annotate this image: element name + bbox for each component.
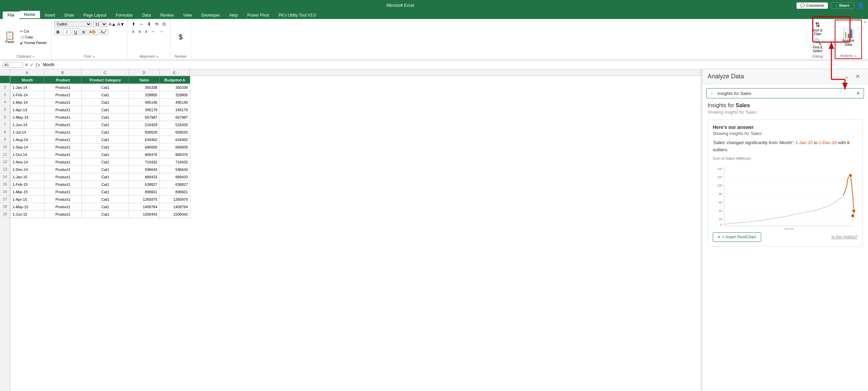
cell-product[interactable]: Product1 xyxy=(44,211,82,218)
cell-sales[interactable]: 596643 xyxy=(129,166,160,173)
cell-sales[interactable]: 345179 xyxy=(129,106,160,114)
cell-month[interactable]: 1-Jan-14 xyxy=(11,84,44,91)
cell-product[interactable]: Product1 xyxy=(44,151,82,158)
cell-category[interactable]: Cat1 xyxy=(82,196,129,203)
cell-product[interactable]: Product1 xyxy=(44,181,82,188)
table-row[interactable]: 1-Mar-15 Product1 Cat1 898601 898601 xyxy=(11,188,190,196)
cell-product[interactable]: Product1 xyxy=(44,129,82,136)
table-row[interactable]: 1-Aug-14 Product1 Cat1 634402 634402 xyxy=(11,136,190,143)
cell-sales[interactable]: 806476 xyxy=(129,151,160,158)
table-row[interactable]: 1-Oct-14 Product1 Cat1 806476 806476 xyxy=(11,151,190,158)
cell-sales[interactable]: 516429 xyxy=(129,121,160,129)
merge-button[interactable]: ⊡ xyxy=(161,21,167,27)
panel-close-button[interactable]: ✕ xyxy=(853,73,863,80)
cell-month[interactable]: 1-Jan-15 xyxy=(11,173,44,181)
cut-button[interactable]: ✂ Cut xyxy=(18,29,48,34)
cell-category[interactable]: Cat1 xyxy=(82,158,129,166)
cell-month[interactable]: 1-Jun-14 xyxy=(11,121,44,129)
cell-product[interactable]: Product1 xyxy=(44,84,82,91)
cell-sales[interactable]: 1260975 xyxy=(129,196,160,203)
cell-month[interactable]: 1-Feb-14 xyxy=(11,91,44,99)
cell-product[interactable]: Product1 xyxy=(44,196,82,203)
cell-budgeted[interactable]: 608520 xyxy=(160,129,190,136)
cell-month[interactable]: 1-May-15 xyxy=(11,203,44,211)
cell-category[interactable]: Cat1 xyxy=(82,166,129,173)
cell-month[interactable]: 1-Oct-14 xyxy=(11,151,44,158)
col-letter-e[interactable]: E xyxy=(159,69,190,76)
tab-draw[interactable]: Draw xyxy=(60,12,79,19)
cell-budgeted[interactable]: 495140 xyxy=(160,99,190,106)
col-letter-c[interactable]: C xyxy=(81,69,129,76)
align-left-button[interactable]: ≡ xyxy=(130,28,136,35)
tab-view[interactable]: View xyxy=(178,12,197,19)
cell-budgeted[interactable]: 638827 xyxy=(160,181,190,188)
cell-month[interactable]: 1-Feb-15 xyxy=(11,181,44,188)
grid-container[interactable]: Month Product Product Category Sales Bud… xyxy=(10,76,702,391)
font-decrease-button[interactable]: A▼ xyxy=(117,22,125,27)
tab-insert[interactable]: Insert xyxy=(40,12,60,19)
table-row[interactable]: 1-Jun-15 Product1 Cat1 1500442 1500442 xyxy=(11,211,190,218)
underline-button[interactable]: U xyxy=(72,28,79,35)
cell-category[interactable]: Cat1 xyxy=(82,188,129,196)
cell-month[interactable]: 1-Jun-15 xyxy=(11,211,44,218)
cell-month[interactable]: 1-May-14 xyxy=(11,114,44,121)
cell-budgeted[interactable]: 889433 xyxy=(160,173,190,181)
search-back-button[interactable]: ← xyxy=(710,91,715,96)
cell-category[interactable]: Cat1 xyxy=(82,136,129,143)
wrap-text-button[interactable]: ⟲ xyxy=(153,21,160,27)
cell-sales[interactable]: 350338 xyxy=(129,84,160,91)
cell-category[interactable]: Cat1 xyxy=(82,121,129,129)
cell-sales[interactable]: 657987 xyxy=(129,114,160,121)
cell-product[interactable]: Product1 xyxy=(44,143,82,151)
user-icon[interactable]: 👤 xyxy=(857,2,864,9)
helpful-link[interactable]: Is this helpful? xyxy=(831,235,857,239)
border-button[interactable]: ⊞ xyxy=(81,29,86,35)
font-color-button[interactable]: A🖊 xyxy=(99,29,108,35)
cell-budgeted[interactable]: 596643 xyxy=(160,166,190,173)
align-middle-button[interactable]: ↔ xyxy=(138,21,145,27)
cell-month[interactable]: 1-Aug-14 xyxy=(11,136,44,143)
paste-button[interactable]: 📋 Paste xyxy=(3,30,17,44)
cell-budgeted[interactable]: 686600 xyxy=(160,143,190,151)
tab-formulas[interactable]: Formulas xyxy=(111,12,137,19)
ribbon-collapse-button[interactable]: ⌃ xyxy=(862,20,868,59)
number-format-icon[interactable]: $ xyxy=(179,33,182,41)
tab-data[interactable]: Data xyxy=(137,12,155,19)
bold-button[interactable]: B xyxy=(54,28,62,35)
cell-sales[interactable]: 686600 xyxy=(129,143,160,151)
table-row[interactable]: 1-May-15 Product1 Cat1 1409784 1409784 xyxy=(11,203,190,211)
analyze-data-button[interactable]: 📊 AnalyzeData xyxy=(838,22,859,57)
table-row[interactable]: 1-Dec-14 Product1 Cat1 596643 596643 xyxy=(11,166,190,173)
cell-month[interactable]: 1-Apr-14 xyxy=(11,106,44,114)
cell-category[interactable]: Cat1 xyxy=(82,106,129,114)
cell-sales[interactable]: 1409784 xyxy=(129,203,160,211)
sort-filter-button[interactable]: ⇅ Sort & Filter xyxy=(813,21,823,36)
cell-product[interactable]: Product1 xyxy=(44,203,82,211)
cell-budgeted[interactable]: 1260975 xyxy=(160,196,190,203)
cell-sales[interactable]: 710432 xyxy=(129,158,160,166)
align-right-button[interactable]: ≡ xyxy=(143,28,149,35)
cell-category[interactable]: Cat1 xyxy=(82,143,129,151)
find-select-button[interactable]: 🔍 Find & Select xyxy=(813,38,823,53)
cell-sales[interactable]: 608520 xyxy=(129,129,160,136)
cell-product[interactable]: Product1 xyxy=(44,166,82,173)
cell-sales[interactable]: 898601 xyxy=(129,188,160,196)
cell-product[interactable]: Product1 xyxy=(44,136,82,143)
cell-reference-box[interactable] xyxy=(3,62,23,67)
cell-month[interactable]: 1-Mar-15 xyxy=(11,188,44,196)
cell-budgeted[interactable]: 1500442 xyxy=(160,211,190,218)
cell-month[interactable]: 1-Nov-14 xyxy=(11,158,44,166)
header-product-category[interactable]: Product Category xyxy=(82,76,129,84)
formula-confirm-icon[interactable]: ✓ xyxy=(30,62,34,67)
table-row[interactable]: 1-Jul-14 Product1 Cat1 608520 608520 xyxy=(11,129,190,136)
table-row[interactable]: 1-Jan-14 Product1 Cat1 350338 350338 xyxy=(11,84,190,91)
cell-budgeted[interactable]: 898601 xyxy=(160,188,190,196)
cell-budgeted[interactable]: 710432 xyxy=(160,158,190,166)
cell-category[interactable]: Cat1 xyxy=(82,181,129,188)
cell-budgeted[interactable]: 516429 xyxy=(160,121,190,129)
align-bottom-button[interactable]: ⬇ xyxy=(146,21,153,27)
cell-category[interactable]: Cat1 xyxy=(82,84,129,91)
tab-utility[interactable]: PK's Utility Tool V3.0 xyxy=(274,12,320,19)
table-row[interactable]: 1-May-14 Product1 Cat1 657987 657987 xyxy=(11,114,190,121)
cell-product[interactable]: Product1 xyxy=(44,188,82,196)
